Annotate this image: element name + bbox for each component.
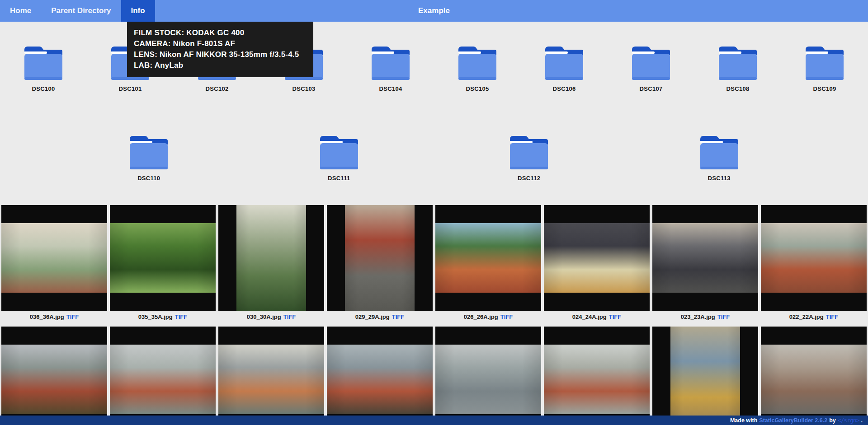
- thumbnail-caption: 022_22A.jpg TIFF: [761, 311, 867, 322]
- photo: [761, 223, 867, 293]
- info-tooltip-line: LENS: Nikon AF NIKKOR 35-135mm f/3.5-4.5: [134, 49, 307, 60]
- thumbnail-image[interactable]: [544, 327, 650, 425]
- filename: 036_36A.jpg: [30, 313, 64, 320]
- info-tooltip-line: FILM STOCK: KODAK GC 400: [134, 28, 307, 38]
- photo: [435, 345, 541, 414]
- folder-icon: [714, 44, 761, 82]
- folder-label: DSC103: [292, 85, 316, 92]
- photo: [1, 345, 107, 414]
- tiff-link[interactable]: TIFF: [283, 313, 296, 320]
- footer-by: by: [829, 417, 836, 424]
- footer-bar: Made with StaticGalleryBuilder 2.6.2 by …: [0, 416, 868, 425]
- folder-icon: [696, 134, 743, 172]
- folder-item[interactable]: DSC113: [624, 134, 814, 182]
- folder-label: DSC113: [708, 175, 731, 182]
- folder-item[interactable]: DSC105: [434, 44, 521, 92]
- folder-item[interactable]: DSC108: [694, 44, 781, 92]
- thumbnail: 029_29A.jpg TIFF: [327, 205, 433, 322]
- folder-icon: [316, 134, 363, 172]
- thumbnail-caption: 029_29A.jpg TIFF: [327, 311, 433, 322]
- nav-links: Home Parent Directory Info: [0, 0, 155, 22]
- thumbnail: [435, 327, 541, 425]
- folder-item[interactable]: DSC112: [434, 134, 624, 182]
- tiff-link[interactable]: TIFF: [500, 313, 513, 320]
- photo: [236, 205, 306, 311]
- thumbnail: 024_24A.jpg TIFF: [544, 205, 650, 322]
- filename: 035_35A.jpg: [138, 313, 173, 320]
- photo: [1, 223, 107, 293]
- thumbnail-caption: 030_30A.jpg TIFF: [218, 311, 324, 322]
- tiff-link[interactable]: TIFF: [392, 313, 404, 320]
- photo: [544, 223, 650, 293]
- thumbnail-image[interactable]: [761, 327, 867, 425]
- folder-icon: [505, 134, 552, 172]
- folder-item[interactable]: DSC106: [521, 44, 608, 92]
- thumbnail-image[interactable]: [110, 205, 216, 311]
- thumbnail-image[interactable]: [544, 205, 650, 311]
- thumbnail-image[interactable]: [652, 205, 758, 311]
- folder-label: DSC108: [726, 85, 750, 92]
- thumbnail-image[interactable]: [435, 205, 541, 311]
- thumbnail: 026_26A.jpg TIFF: [435, 205, 541, 322]
- folder-item[interactable]: DSC100: [0, 44, 87, 92]
- filename: 030_30A.jpg: [247, 313, 281, 320]
- tiff-link[interactable]: TIFF: [175, 313, 187, 320]
- nav-item[interactable]: Parent Directory: [41, 0, 121, 22]
- thumbnail: 035_35A.jpg TIFF: [110, 205, 216, 322]
- thumbnail-caption: 024_24A.jpg TIFF: [544, 311, 650, 322]
- thumbnail: 036_36A.jpg TIFF: [1, 205, 107, 322]
- nav-item[interactable]: Info: [121, 0, 155, 22]
- folder-label: DSC109: [813, 85, 836, 92]
- folder-item[interactable]: DSC104: [347, 44, 434, 92]
- info-tooltip-line: LAB: AnyLab: [134, 60, 307, 71]
- folder-label: DSC100: [32, 85, 55, 92]
- filename: 023_23A.jpg: [681, 313, 715, 320]
- nav-item[interactable]: Home: [0, 0, 41, 22]
- top-nav-bar: Home Parent Directory Info Example: [0, 0, 868, 22]
- info-tooltip-line: CAMERA: Nikon F-801S AF: [134, 38, 307, 49]
- footer-made-with: Made with: [730, 417, 757, 424]
- thumbnail-image[interactable]: [218, 205, 324, 311]
- folder-icon: [801, 44, 848, 82]
- folder-label: DSC102: [206, 85, 229, 92]
- photo: [345, 205, 415, 311]
- filename: 029_29A.jpg: [355, 313, 390, 320]
- folder-label: DSC105: [466, 85, 489, 92]
- thumbnail-image[interactable]: [110, 327, 216, 425]
- filename: 022_22A.jpg: [789, 313, 824, 320]
- thumbnail-image[interactable]: [327, 205, 433, 311]
- thumbnail-caption: 036_36A.jpg TIFF: [1, 311, 107, 322]
- thumbnail-image[interactable]: [652, 327, 758, 425]
- thumbnail: [544, 327, 650, 425]
- thumbnail-image[interactable]: [1, 327, 107, 425]
- folder-icon: [627, 44, 675, 82]
- folder-icon: [454, 44, 501, 82]
- thumbnail: [110, 327, 216, 425]
- tiff-link[interactable]: TIFF: [609, 313, 621, 320]
- thumbnail-image[interactable]: [1, 205, 107, 311]
- filename: 026_26A.jpg: [464, 313, 498, 320]
- thumbnail: [218, 327, 324, 425]
- srgn-logo[interactable]: </srgn>: [838, 417, 859, 424]
- folder-label: DSC112: [518, 175, 540, 182]
- tiff-link[interactable]: TIFF: [717, 313, 730, 320]
- thumbnail: [652, 327, 758, 425]
- folder-item[interactable]: DSC107: [608, 44, 694, 92]
- tiff-link[interactable]: TIFF: [826, 313, 838, 320]
- photo: [327, 345, 433, 414]
- thumbnail-image[interactable]: [327, 327, 433, 425]
- thumbnail-image[interactable]: [218, 327, 324, 425]
- folder-item[interactable]: DSC109: [781, 44, 868, 92]
- builder-link[interactable]: StaticGalleryBuilder 2.6.2: [759, 417, 827, 424]
- photo: [110, 223, 216, 293]
- image-grid-row-1: 036_36A.jpg TIFF 035_35A.jpg TIFF 030_30…: [0, 205, 868, 322]
- footer-period: .: [861, 417, 863, 424]
- image-grid-row-2: [0, 327, 868, 425]
- folder-item[interactable]: DSC110: [54, 134, 244, 182]
- folder-item[interactable]: DSC111: [244, 134, 434, 182]
- photo: [218, 345, 324, 414]
- thumbnail-image[interactable]: [435, 327, 541, 425]
- tiff-link[interactable]: TIFF: [66, 313, 79, 320]
- photo: [544, 345, 650, 414]
- thumbnail-image[interactable]: [761, 205, 867, 311]
